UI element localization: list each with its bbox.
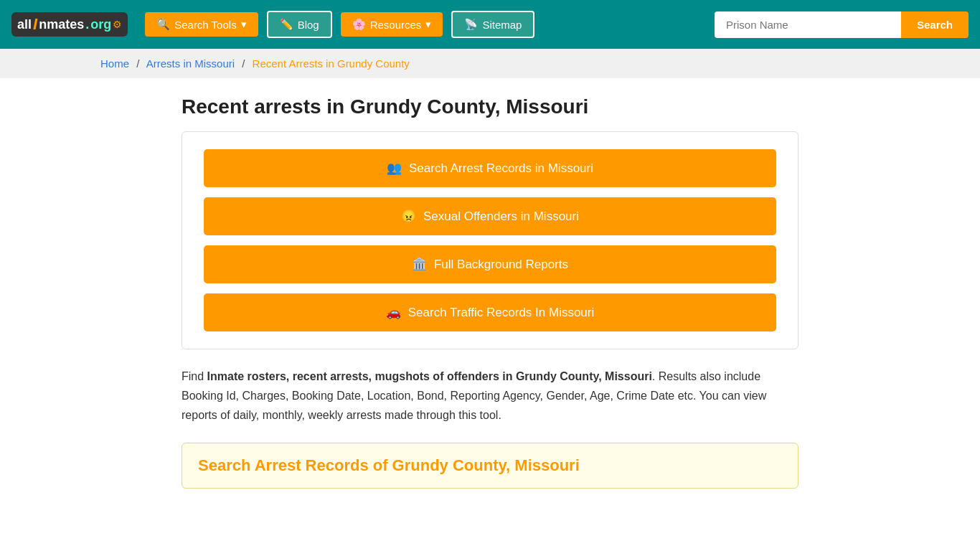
search-records-box: Search Arrest Records of Grundy County, … [182, 443, 798, 489]
description-prefix: Find [182, 370, 207, 382]
header-search-area: Search [715, 11, 969, 38]
resources-icon: 🌸 [352, 18, 366, 31]
breadcrumb: Home / Arrests in Missouri / Recent Arre… [0, 49, 980, 78]
sitemap-icon: 📡 [464, 18, 478, 31]
search-tools-label: Search Tools [174, 19, 236, 31]
description-bold: Inmate rosters, recent arrests, mugshots… [207, 370, 652, 382]
sexual-offenders-button[interactable]: 😠 Sexual Offenders in Missouri [204, 197, 776, 235]
resources-button[interactable]: 🌸 Resources ▾ [341, 12, 443, 37]
logo-text-i: I [33, 15, 37, 34]
blog-button[interactable]: ✏️ Blog [267, 11, 332, 38]
main-content: Recent arrests in Grundy County, Missour… [167, 78, 813, 506]
search-records-title: Search Arrest Records of Grundy County, … [198, 456, 782, 475]
search-arrest-icon: 👥 [387, 161, 402, 176]
sexual-offenders-label: Sexual Offenders in Missouri [423, 209, 579, 224]
blog-icon: ✏️ [280, 18, 293, 31]
action-buttons-box: 👥 Search Arrest Records in Missouri 😠 Se… [182, 131, 798, 349]
breadcrumb-current: Recent Arrests in Grundy County [253, 57, 410, 70]
gear-icon: ⚙ [113, 19, 122, 30]
traffic-records-label: Search Traffic Records In Missouri [408, 306, 595, 320]
logo-org: org [90, 17, 111, 32]
logo-text-nmates: nmates [39, 17, 84, 32]
breadcrumb-home[interactable]: Home [100, 57, 129, 70]
logo-dot: . [85, 17, 89, 32]
search-tools-icon: 🔍 [156, 18, 170, 31]
sitemap-button[interactable]: 📡 Sitemap [451, 11, 534, 38]
traffic-records-icon: 🚗 [386, 305, 401, 320]
traffic-records-button[interactable]: 🚗 Search Traffic Records In Missouri [204, 293, 776, 331]
sitemap-label: Sitemap [482, 19, 522, 31]
header-search-button[interactable]: Search [901, 11, 969, 38]
prison-name-input[interactable] [715, 11, 901, 38]
blog-label: Blog [298, 19, 319, 31]
description-text: Find Inmate rosters, recent arrests, mug… [182, 367, 798, 425]
header-search-button-label: Search [917, 19, 953, 31]
search-tools-button[interactable]: 🔍 Search Tools ▾ [145, 12, 258, 37]
site-header: all I nmates . org ⚙ 🔍 Search Tools ▾ ✏️… [0, 0, 980, 49]
sexual-offenders-icon: 😠 [401, 209, 416, 224]
breadcrumb-sep-2: / [242, 57, 245, 70]
breadcrumb-sep-1: / [136, 57, 139, 70]
background-reports-label: Full Background Reports [434, 258, 568, 272]
search-arrest-button[interactable]: 👥 Search Arrest Records in Missouri [204, 149, 776, 187]
resources-dropdown-icon: ▾ [425, 18, 431, 31]
search-arrest-label: Search Arrest Records in Missouri [409, 161, 593, 176]
background-reports-icon: 🏛️ [412, 257, 427, 272]
background-reports-button[interactable]: 🏛️ Full Background Reports [204, 245, 776, 283]
logo-text-all: all [17, 17, 32, 32]
breadcrumb-arrests[interactable]: Arrests in Missouri [146, 57, 235, 70]
site-logo[interactable]: all I nmates . org ⚙ [11, 12, 128, 37]
page-title: Recent arrests in Grundy County, Missour… [182, 95, 798, 118]
search-tools-dropdown-icon: ▾ [241, 18, 247, 31]
resources-label: Resources [370, 19, 422, 31]
